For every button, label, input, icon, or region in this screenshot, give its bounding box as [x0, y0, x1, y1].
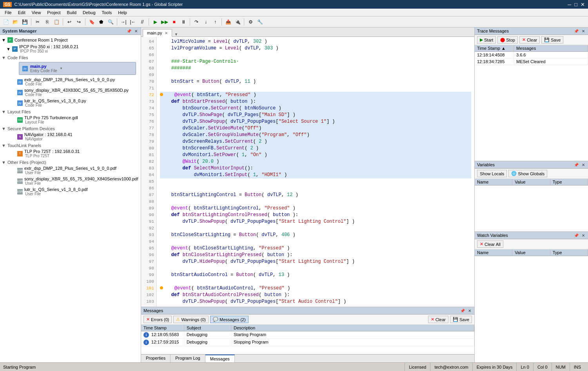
menu-debug[interactable]: Debug: [80, 9, 98, 16]
msg-clear-button[interactable]: ✕ Clear: [428, 316, 448, 323]
trace-start-button[interactable]: ▶ Start: [477, 36, 496, 44]
step-out-button[interactable]: ↑: [211, 18, 220, 26]
close-button[interactable]: ✕: [581, 2, 585, 7]
toolbar-separator-4: [117, 18, 117, 25]
tab-dropdown-arrow[interactable]: ▼: [174, 32, 178, 36]
sm-pdf2-item[interactable]: USR sony_display_XBR_55_65_75_X940_X840S…: [0, 176, 141, 186]
tab-properties[interactable]: Properties: [141, 355, 171, 362]
msg-save-button[interactable]: 💾 Save: [450, 316, 472, 323]
mainpy-dropdown[interactable]: ▼: [60, 67, 63, 70]
code-content[interactable]: lvlMicVolume = Level( dvTLP, 302 ) lvlPr…: [157, 37, 474, 307]
menu-file[interactable]: File: [2, 9, 15, 16]
menu-project[interactable]: Project: [44, 9, 64, 16]
menu-edit[interactable]: Edit: [15, 9, 29, 16]
msg-pin-button[interactable]: 📌: [459, 309, 466, 313]
watch-col-value: Value: [512, 249, 550, 256]
trace-stop-button[interactable]: ⬤ Stop: [497, 36, 518, 44]
sm-touchlink-section[interactable]: ▼ TouchLink Panels: [0, 142, 141, 148]
sm-header-controls[interactable]: 📌 ✕: [126, 29, 138, 33]
menu-tools[interactable]: Tools: [99, 9, 115, 16]
cut-button[interactable]: ✂: [33, 18, 42, 26]
minimize-button[interactable]: ─: [568, 2, 571, 7]
sm-layout-files-section[interactable]: ▼ Layout Files: [0, 108, 141, 115]
settings-button[interactable]: ⚙: [246, 18, 255, 26]
watch-close-button[interactable]: ✕: [581, 233, 586, 238]
pdf1-content: extr_dsp_DMP_128_Plus_Series_v1_9_0_0.pd…: [24, 166, 116, 175]
connect-button[interactable]: 🔌: [233, 18, 242, 26]
tab-mainpy[interactable]: main.py ✕: [143, 29, 172, 37]
trace-clear-button[interactable]: ✕ Clear: [519, 36, 540, 44]
trace-header-controls[interactable]: 📌 ✕: [573, 29, 586, 33]
step-into-button[interactable]: ↓: [201, 18, 210, 26]
messages-btn[interactable]: 💬 Messages (2): [210, 316, 249, 323]
tab-program-log[interactable]: Program Log: [171, 355, 205, 362]
title-bar-controls[interactable]: ─ □ ✕: [568, 2, 585, 7]
sm-tlp-item[interactable]: T TLP Pro 725T : 192.168.0.31 TLP Pro 72…: [0, 148, 141, 159]
vars-pin-button[interactable]: 📌: [573, 163, 579, 167]
sm-project-root[interactable]: ▼ P Conference Room 1 Project: [0, 36, 141, 44]
sm-mainpy-selected[interactable]: py main.py Entry Code File ▼: [19, 62, 136, 75]
watch-pin-button[interactable]: 📌: [573, 233, 579, 238]
trace-save-button[interactable]: 💾 Save: [541, 36, 563, 44]
show-locals-button[interactable]: Show Locals: [477, 170, 507, 177]
undo-button[interactable]: ↩: [65, 18, 74, 26]
sm-close-button[interactable]: ✕: [134, 29, 138, 33]
sm-code-files-section[interactable]: ▼ Code Files: [0, 54, 141, 60]
new-button[interactable]: 📄: [2, 18, 10, 26]
watch-col-type: Type: [550, 249, 588, 256]
sm-pin-button[interactable]: 📌: [126, 29, 132, 33]
menu-build[interactable]: Build: [64, 9, 80, 16]
copy-button[interactable]: ⎘: [43, 18, 51, 26]
msg-clear-icon: ✕: [431, 317, 434, 322]
comment-button[interactable]: //: [138, 18, 147, 26]
status-num: NUM: [552, 363, 570, 371]
code-files-label: Code Files: [7, 55, 28, 60]
tools-button2[interactable]: 🔧: [256, 18, 264, 26]
errors-button[interactable]: ✕ Errors (0): [143, 316, 172, 323]
sm-ipcp-item[interactable]: ▼ IP IPCP Pro 350 xi : 192.168.0.21 IPCP…: [0, 44, 141, 54]
msg-close-button[interactable]: ✕: [467, 309, 472, 313]
tab-messages[interactable]: Messages: [205, 355, 235, 362]
step-over-button[interactable]: ↷: [192, 18, 201, 26]
sm-pdf3-item[interactable]: USR lutr_lc_QS_Series_v1_3_8_0.pdf User …: [0, 186, 141, 197]
stop-button[interactable]: ■: [170, 18, 178, 26]
clear-all-button[interactable]: ✕ Clear All: [477, 240, 503, 248]
save-button[interactable]: 💾: [20, 18, 29, 26]
warnings-button[interactable]: ⚠ Warnings (0): [173, 316, 209, 323]
deploy-button[interactable]: 📤: [224, 18, 232, 26]
sm-navigator-item[interactable]: N NAVigator : 192.168.0.41 NAVigator: [0, 131, 141, 142]
maximize-button[interactable]: □: [574, 2, 577, 7]
vars-header-controls[interactable]: 📌 ✕: [573, 163, 586, 167]
show-globals-button[interactable]: 🌐 Show Globals: [508, 170, 547, 177]
sm-gdl-item[interactable]: GD TLP Pro 725 Turbulence.gdl Layout Fil…: [0, 115, 141, 125]
sm-other-files-section[interactable]: ▼ Other Files (Project): [0, 159, 141, 165]
trace-row-0[interactable]: 12:18:14:4508 3.6.6: [475, 52, 588, 58]
menu-view[interactable]: View: [29, 9, 44, 16]
msg-header-controls[interactable]: 📌 ✕: [459, 309, 472, 313]
breakpoint-button[interactable]: ⬟: [97, 18, 105, 26]
sm-pdf1-item[interactable]: USR extr_dsp_DMP_128_Plus_Series_v1_9_0_…: [0, 165, 141, 176]
pause-button[interactable]: ⏸: [179, 18, 188, 26]
sm-lutr-item[interactable]: py lutr_lc_QS_Series_v1_3_8_0.py Code Fi…: [0, 98, 141, 108]
trace-row-1[interactable]: 12:18:34:7285 MESet Cleared: [475, 58, 588, 65]
trace-pin-button[interactable]: 📌: [573, 29, 579, 33]
trace-close-button[interactable]: ✕: [581, 29, 586, 33]
redo-button[interactable]: ↪: [74, 18, 83, 26]
bookmark-button[interactable]: 🔖: [87, 18, 96, 26]
tab-mainpy-close[interactable]: ✕: [165, 31, 168, 35]
run-button[interactable]: ▶: [151, 18, 160, 26]
menu-help[interactable]: Help: [115, 9, 130, 16]
outdent-button[interactable]: |←: [129, 18, 137, 26]
vars-close-button[interactable]: ✕: [581, 163, 586, 167]
run-debug-button[interactable]: ▶▶: [160, 18, 169, 26]
sm-secure-platform-section[interactable]: ▼ Secure Platform Devices: [0, 125, 141, 131]
paste-button[interactable]: 📋: [52, 18, 61, 26]
sm-extrdsp-item[interactable]: py extr_dsp_DMP_128_Plus_Series_v1_9_0_0…: [0, 76, 141, 87]
watch-header-controls[interactable]: 📌 ✕: [573, 233, 586, 238]
search-button[interactable]: 🔍: [106, 18, 115, 26]
msg-row-1[interactable]: i 12:17:59:2015 Debugging Stopping Progr…: [141, 339, 474, 346]
indent-button[interactable]: →|: [119, 18, 128, 26]
msg-row-0[interactable]: i 12:18:05:5583 Debugging Starting Progr…: [141, 331, 474, 339]
open-button[interactable]: 📂: [11, 18, 20, 26]
sm-sony-item[interactable]: py sony_display_XBR_43X830C_55_65_75_85X…: [0, 87, 141, 98]
